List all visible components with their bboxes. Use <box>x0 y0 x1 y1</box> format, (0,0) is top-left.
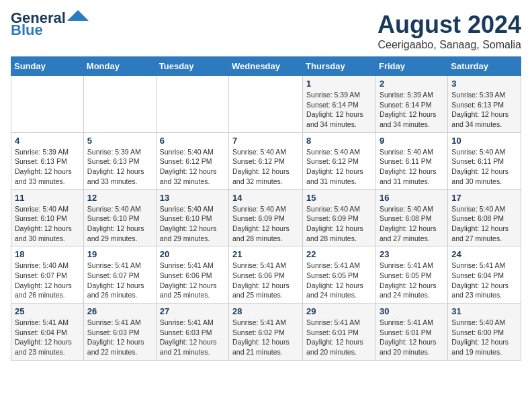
calendar-cell <box>156 76 228 133</box>
calendar-cell <box>229 76 303 133</box>
day-number: 6 <box>160 136 225 146</box>
day-info-line: Sunset: 6:06 PM <box>232 271 285 279</box>
day-info-line: Sunrise: 5:40 AM <box>451 205 505 213</box>
day-info-line: Daylight: 12 hours <box>380 167 437 175</box>
svg-marker-0 <box>67 10 89 21</box>
day-info-line: Sunrise: 5:41 AM <box>232 318 286 326</box>
day-info: Sunrise: 5:40 AMSunset: 6:00 PMDaylight:… <box>451 318 517 357</box>
day-info-line: Sunset: 6:10 PM <box>87 214 140 222</box>
calendar-cell <box>11 76 84 133</box>
day-info-line: and 24 minutes. <box>380 291 430 299</box>
day-info-line: Sunrise: 5:40 AM <box>451 318 505 326</box>
day-info-line: Daylight: 12 hours <box>451 110 508 118</box>
calendar-cell: 13Sunrise: 5:40 AMSunset: 6:10 PMDayligh… <box>156 189 228 246</box>
calendar-cell: 17Sunrise: 5:40 AMSunset: 6:08 PMDayligh… <box>448 189 521 246</box>
day-info-line: Sunrise: 5:40 AM <box>306 148 360 156</box>
day-info: Sunrise: 5:41 AMSunset: 6:06 PMDaylight:… <box>160 261 225 300</box>
day-info-line: Sunset: 6:11 PM <box>380 157 432 165</box>
calendar-cell: 21Sunrise: 5:41 AMSunset: 6:06 PMDayligh… <box>229 246 303 304</box>
day-info: Sunrise: 5:40 AMSunset: 6:11 PMDaylight:… <box>380 147 444 187</box>
day-number: 11 <box>15 193 80 203</box>
day-number: 22 <box>306 249 372 259</box>
day-info-line: Sunset: 6:08 PM <box>451 214 504 222</box>
day-number: 13 <box>160 193 225 203</box>
day-info-line: Sunrise: 5:41 AM <box>451 261 505 269</box>
calendar-cell: 24Sunrise: 5:41 AMSunset: 6:04 PMDayligh… <box>448 246 521 304</box>
day-info-line: and 33 minutes. <box>15 177 65 185</box>
day-info-line: and 32 minutes. <box>160 177 210 185</box>
day-info-line: Sunrise: 5:41 AM <box>87 318 141 326</box>
day-info-line: Sunset: 6:12 PM <box>160 157 212 165</box>
logo: General Blue <box>11 11 89 39</box>
day-info-line: and 27 minutes. <box>451 234 502 242</box>
day-info-line: and 32 minutes. <box>232 177 283 185</box>
day-number: 28 <box>232 306 299 316</box>
day-info-line: Daylight: 12 hours <box>15 281 72 289</box>
day-info: Sunrise: 5:41 AMSunset: 6:02 PMDaylight:… <box>232 318 299 357</box>
day-info-line: and 28 minutes. <box>306 234 357 242</box>
calendar-cell: 26Sunrise: 5:41 AMSunset: 6:03 PMDayligh… <box>83 304 156 361</box>
day-info-line: Sunset: 6:09 PM <box>232 214 285 222</box>
day-info-line: Sunset: 6:03 PM <box>87 328 140 336</box>
day-info: Sunrise: 5:40 AMSunset: 6:12 PMDaylight:… <box>306 147 372 187</box>
day-info-line: Sunrise: 5:40 AM <box>306 205 360 213</box>
day-info: Sunrise: 5:40 AMSunset: 6:11 PMDaylight:… <box>451 147 517 187</box>
day-number: 2 <box>380 79 444 89</box>
day-info-line: and 25 minutes. <box>160 291 210 299</box>
day-info-line: Sunrise: 5:41 AM <box>232 261 286 269</box>
day-info: Sunrise: 5:40 AMSunset: 6:08 PMDaylight:… <box>451 204 517 244</box>
day-info-line: Sunset: 6:04 PM <box>451 271 504 279</box>
day-info-line: and 20 minutes. <box>380 348 430 356</box>
calendar-week-4: 18Sunrise: 5:40 AMSunset: 6:07 PMDayligh… <box>11 246 521 304</box>
calendar-cell: 30Sunrise: 5:41 AMSunset: 6:01 PMDayligh… <box>375 304 447 361</box>
day-info-line: Sunrise: 5:40 AM <box>451 148 505 156</box>
day-number: 3 <box>451 79 517 89</box>
calendar-cell: 10Sunrise: 5:40 AMSunset: 6:11 PMDayligh… <box>448 132 521 189</box>
day-number: 20 <box>160 249 225 259</box>
header-row: Sunday Monday Tuesday Wednesday Thursday… <box>11 57 521 76</box>
calendar-body: 1Sunrise: 5:39 AMSunset: 6:14 PMDaylight… <box>11 76 521 361</box>
day-info-line: Sunrise: 5:39 AM <box>87 148 141 156</box>
calendar-week-1: 1Sunrise: 5:39 AMSunset: 6:14 PMDaylight… <box>11 76 521 133</box>
day-info: Sunrise: 5:41 AMSunset: 6:04 PMDaylight:… <box>451 261 517 300</box>
calendar-week-5: 25Sunrise: 5:41 AMSunset: 6:04 PMDayligh… <box>11 304 521 361</box>
calendar-cell: 27Sunrise: 5:41 AMSunset: 6:03 PMDayligh… <box>156 304 228 361</box>
day-info-line: Daylight: 12 hours <box>232 338 290 346</box>
col-sunday: Sunday <box>11 57 84 76</box>
calendar-cell: 16Sunrise: 5:40 AMSunset: 6:08 PMDayligh… <box>375 189 447 246</box>
day-number: 9 <box>380 136 444 146</box>
day-info-line: and 24 minutes. <box>306 291 357 299</box>
day-info-line: and 30 minutes. <box>15 234 65 242</box>
calendar-cell: 11Sunrise: 5:40 AMSunset: 6:10 PMDayligh… <box>11 189 84 246</box>
day-info-line: Sunset: 6:10 PM <box>160 214 212 222</box>
day-info-line: and 27 minutes. <box>380 234 430 242</box>
day-info: Sunrise: 5:41 AMSunset: 6:07 PMDaylight:… <box>87 261 152 300</box>
day-info-line: Sunrise: 5:41 AM <box>87 261 141 269</box>
day-info-line: and 21 minutes. <box>160 348 210 356</box>
day-info: Sunrise: 5:40 AMSunset: 6:09 PMDaylight:… <box>232 204 299 244</box>
day-info-line: Sunset: 6:05 PM <box>380 271 432 279</box>
day-info: Sunrise: 5:41 AMSunset: 6:01 PMDaylight:… <box>380 318 444 357</box>
logo-blue-text: Blue <box>11 21 43 39</box>
title-area: August 2024 Ceerigaabo, Sanaag, Somalia <box>378 11 521 51</box>
day-info-line: Sunrise: 5:41 AM <box>380 318 433 326</box>
day-info-line: and 23 minutes. <box>15 348 65 356</box>
day-info: Sunrise: 5:41 AMSunset: 6:04 PMDaylight:… <box>15 318 80 357</box>
calendar-cell: 8Sunrise: 5:40 AMSunset: 6:12 PMDaylight… <box>303 132 376 189</box>
day-info-line: Sunrise: 5:39 AM <box>306 91 360 99</box>
day-info-line: Sunset: 6:02 PM <box>232 328 285 336</box>
day-info-line: Sunrise: 5:41 AM <box>306 318 360 326</box>
day-info-line: Daylight: 12 hours <box>380 338 437 346</box>
day-info: Sunrise: 5:40 AMSunset: 6:12 PMDaylight:… <box>232 147 299 187</box>
day-info: Sunrise: 5:40 AMSunset: 6:10 PMDaylight:… <box>160 204 225 244</box>
day-info-line: Daylight: 12 hours <box>306 167 363 175</box>
day-info-line: and 30 minutes. <box>451 177 502 185</box>
day-info: Sunrise: 5:39 AMSunset: 6:13 PMDaylight:… <box>87 147 152 187</box>
day-info-line: Sunset: 6:13 PM <box>15 157 67 165</box>
day-info-line: and 31 minutes. <box>380 177 430 185</box>
calendar-cell: 3Sunrise: 5:39 AMSunset: 6:13 PMDaylight… <box>448 76 521 133</box>
day-info-line: Daylight: 12 hours <box>380 224 437 232</box>
day-info-line: Sunset: 6:14 PM <box>380 101 432 109</box>
day-info-line: Daylight: 12 hours <box>451 224 508 232</box>
day-info-line: and 28 minutes. <box>232 234 283 242</box>
